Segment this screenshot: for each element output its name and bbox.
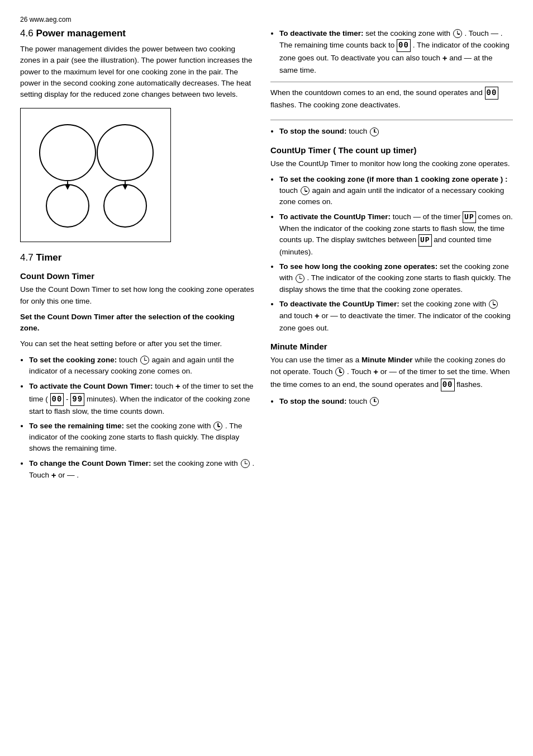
section-47-heading: 4.7 Timer — [20, 252, 255, 263]
countup-bullet2: To activate the CountUp Timer: touch — o… — [279, 211, 513, 258]
two-col-layout: 4.6 Power management The power managemen… — [20, 28, 513, 740]
timer-icon-mm — [335, 367, 344, 376]
plus-icon-2: + — [51, 469, 56, 482]
bullet2-bold: To activate the Count Down Timer: — [29, 382, 153, 390]
plus-icon-1: + — [175, 380, 180, 393]
timer-icon-3 — [213, 422, 222, 431]
power-management-diagram — [20, 108, 171, 242]
section-47-number: 4.7 — [20, 252, 34, 263]
set-instruction-normal: You can set the heat setting before or a… — [20, 338, 255, 349]
svg-marker-7 — [65, 185, 70, 189]
seg-display-00: 00 — [50, 393, 64, 406]
mm-stop-bold: To stop the sound: — [279, 397, 346, 405]
bullet1-bold: To set the cooking zone: — [29, 356, 117, 364]
timer-icon-1 — [140, 356, 149, 365]
seg-display-99: 99 — [70, 393, 84, 406]
callout-text2: flashes. The cooking zone deactivates. — [270, 101, 400, 109]
countup-bullets: To set the cooking zone (if more than 1 … — [279, 174, 513, 334]
bullet3-text: set the cooking zone with — [126, 422, 213, 430]
svg-point-3 — [104, 185, 146, 227]
countup-b2-text: touch — of the timer — [393, 212, 463, 221]
count-down-bullets: To set the cooking zone: touch again and… — [29, 355, 255, 482]
minute-minder-stop-sound: To stop the sound: touch — [279, 396, 513, 407]
bullet4-text: set the cooking zone with — [153, 459, 240, 467]
section-47-title: Timer — [36, 252, 61, 263]
section-46-number: 4.6 — [20, 28, 34, 39]
deactivate-text1: set the cooking zone with — [365, 29, 452, 37]
svg-point-2 — [46, 185, 89, 227]
bullet-remaining-time: To see the remaining time: set the cooki… — [29, 420, 255, 455]
bullet4-bold: To change the Count Down Timer: — [29, 459, 151, 467]
bullet-deactivate-timer: To deactivate the timer: set the cooking… — [279, 28, 513, 76]
countup-b4-text2: and touch — [279, 311, 315, 320]
section-46-body: The power management divides the power b… — [20, 44, 255, 100]
bullet3-bold: To see the remaining time: — [29, 422, 124, 430]
deactivate-bold: To deactivate the timer: — [279, 29, 364, 37]
up-display: UP — [463, 211, 476, 224]
countup-b4-text: set the cooking zone with — [402, 300, 488, 308]
diagram-svg — [26, 114, 165, 237]
timer-icon-4 — [241, 459, 250, 468]
countup-b2-bold: To activate the CountUp Timer: — [279, 212, 391, 221]
timer-icon-stop — [370, 127, 379, 136]
mm-stop-sound: To stop the sound: touch — [279, 396, 513, 407]
stop-sound-bold: To stop the sound: — [279, 127, 346, 135]
section-46-heading: 4.6 Power management — [20, 28, 255, 39]
bullet-set-zone: To set the cooking zone: touch again and… — [29, 355, 255, 377]
seg-display-mm: 00 — [441, 379, 455, 391]
countup-b1-text2: again and again until the indicator of a… — [279, 186, 504, 206]
deactivate-timer-list: To deactivate the timer: set the cooking… — [279, 28, 513, 76]
left-column: 4.6 Power management The power managemen… — [20, 28, 255, 740]
countup-bullet4: To deactivate the CountUp Timer: set the… — [279, 299, 513, 334]
timer-icon-cu4 — [489, 300, 498, 309]
stop-sound-text: touch — [349, 127, 369, 135]
callout-text: When the countdown comes to an end, the … — [270, 87, 513, 111]
callout-box: When the countdown comes to an end, the … — [270, 82, 513, 120]
page: 26 www.aeg.com 4.6 Power management The … — [0, 0, 533, 756]
svg-marker-9 — [123, 185, 127, 189]
countup-b4-bold: To deactivate the CountUp Timer: — [279, 300, 399, 308]
countup-intro: Use the CountUp Timer to monitor how lon… — [270, 158, 513, 169]
minute-minder-intro: You can use the timer as a Minute Minder… — [270, 355, 513, 391]
plus-icon-cu4: + — [315, 310, 320, 323]
timer-icon-cu3 — [296, 274, 304, 283]
mm-text3: . Touch — [347, 367, 373, 376]
bullet2-text3: - — [66, 395, 70, 403]
plus-icon-deact: + — [442, 52, 448, 65]
countup-b3-text2: . The indicator of the cooking zone star… — [279, 273, 511, 293]
right-column: To deactivate the timer: set the cooking… — [270, 28, 513, 740]
countup-bullet1: To set the cooking zone (if more than 1 … — [279, 174, 513, 208]
count-down-timer-heading: Count Down Timer — [20, 271, 255, 281]
timer-icon-deact — [453, 29, 462, 38]
set-instruction: Set the Count Down Timer after the selec… — [20, 311, 255, 334]
stop-sound-list: To stop the sound: touch — [279, 126, 513, 137]
callout-text1: When the countdown comes to an end, the … — [270, 88, 485, 97]
mm-stop-text: touch — [349, 397, 369, 405]
bullet-change-countdown: To change the Count Down Timer: set the … — [29, 458, 255, 482]
set-instruction-bold: Set the Count Down Timer after the selec… — [20, 313, 235, 332]
svg-point-1 — [97, 125, 153, 181]
plus-icon-mm: + — [373, 366, 378, 379]
countup-b3-bold: To see how long the cooking zone operate… — [279, 262, 437, 271]
mm-text5: flashes. — [456, 380, 483, 389]
section-46-title: Power management — [36, 28, 126, 39]
seg-display-00-deact: 00 — [397, 39, 411, 52]
mm-bold: Minute Minder — [361, 356, 413, 364]
count-down-intro: Use the Count Down Timer to set how long… — [20, 284, 255, 307]
countup-b1-text: touch — [279, 186, 300, 195]
bullet4-text3: or — . — [58, 471, 79, 479]
countup-b1-bold: To set the cooking zone (if more than 1 … — [279, 175, 508, 183]
timer-icon-cu1 — [301, 186, 310, 195]
svg-point-0 — [40, 125, 96, 181]
minute-minder-heading: Minute Minder — [270, 342, 513, 351]
countup-timer-heading: CountUp Timer ( The count up timer) — [270, 145, 513, 155]
bullet2-text: touch — [155, 382, 175, 390]
timer-icon-mm-stop — [370, 397, 379, 406]
countup-bullet3: To see how long the cooking zone operate… — [279, 261, 513, 295]
seg-display-callout: 00 — [485, 87, 499, 100]
up-display-2: UP — [418, 234, 432, 247]
bullet-stop-sound-1: To stop the sound: touch — [279, 126, 513, 137]
bullet1-text: touch — [119, 356, 140, 364]
mm-text1: You can use the timer as a — [270, 356, 361, 364]
page-number: 26 www.aeg.com — [20, 16, 513, 23]
